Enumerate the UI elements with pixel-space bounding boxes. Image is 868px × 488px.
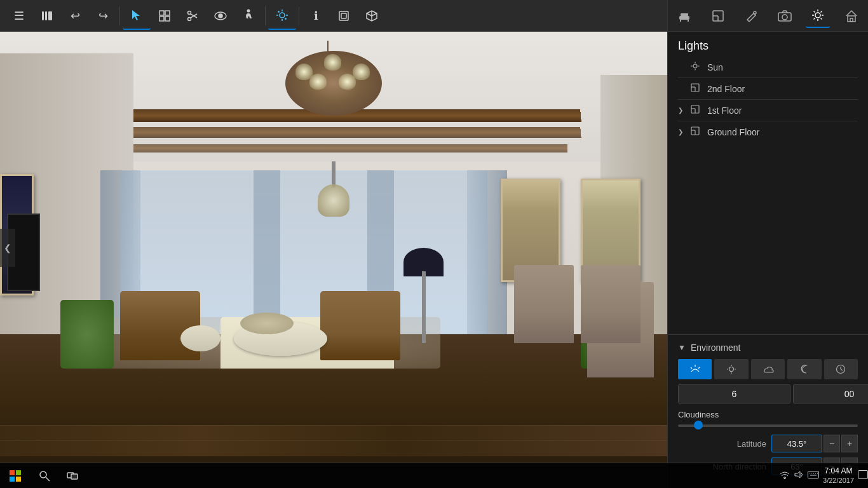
ground-floor-icon: [689, 126, 701, 137]
latitude-decrease-btn[interactable]: −: [824, 435, 840, 452]
svg-rect-25: [341, 13, 346, 18]
cube-icon[interactable]: [358, 2, 386, 30]
svg-point-80: [784, 478, 785, 479]
arrange-icon[interactable]: [151, 2, 179, 30]
sun-toolbar-icon[interactable]: [268, 2, 296, 30]
chandelier: [254, 41, 414, 170]
dining-chair-2: [514, 265, 574, 342]
latitude-input[interactable]: [771, 435, 822, 452]
environment-title: Environment: [691, 342, 741, 353]
info-icon[interactable]: ℹ: [302, 2, 330, 30]
undo-icon[interactable]: ↩: [61, 2, 89, 30]
svg-rect-46: [850, 18, 853, 22]
svg-line-63: [698, 367, 700, 369]
camera-panel-icon[interactable]: [773, 4, 797, 28]
1st-floor-icon: [689, 105, 701, 116]
svg-line-41: [814, 11, 815, 12]
light-item-1st-floor[interactable]: ❯ 1st Floor: [678, 101, 858, 119]
select-icon[interactable]: [123, 2, 151, 30]
dining-chair-3: [581, 265, 641, 342]
chandelier-body: [285, 51, 381, 116]
panel-icon-bar: [668, 0, 868, 32]
separator2: [265, 6, 266, 25]
furniture-panel-icon[interactable]: [672, 4, 696, 28]
redo-icon[interactable]: ↪: [89, 2, 117, 30]
svg-point-33: [754, 11, 756, 14]
walk-icon[interactable]: [234, 2, 262, 30]
notification-icon[interactable]: [858, 470, 868, 481]
start-button[interactable]: [0, 463, 31, 489]
keyboard-icon[interactable]: [808, 471, 819, 480]
clock-time: 7:04 AM: [823, 466, 854, 477]
plant-left: [60, 300, 114, 369]
night-btn[interactable]: [787, 359, 821, 379]
lights-section: Lights Sun 2nd Floor ❯ 1st Floor: [668, 32, 868, 146]
svg-rect-6: [159, 17, 164, 21]
svg-rect-2: [48, 11, 52, 20]
table-decor: [240, 313, 294, 334]
svg-point-13: [219, 14, 222, 18]
svg-point-15: [280, 13, 285, 18]
custom-time-btn[interactable]: [824, 359, 858, 379]
armchair-left: [120, 291, 200, 360]
day-btn[interactable]: [714, 359, 748, 379]
svg-line-42: [821, 18, 822, 19]
taskbar-task-view[interactable]: [58, 463, 86, 489]
network-icon[interactable]: [780, 470, 790, 481]
eye-icon[interactable]: [207, 2, 234, 30]
svg-line-71: [841, 369, 843, 370]
volume-icon[interactable]: [794, 470, 804, 481]
cloudy-btn[interactable]: [751, 359, 785, 379]
svg-point-35: [782, 15, 787, 20]
cloudiness-label: Cloudiness: [678, 410, 858, 419]
chandelier-light-3: [353, 64, 370, 80]
light-divider-1: [678, 78, 858, 78]
floor-plank-1: [0, 425, 667, 440]
svg-point-36: [815, 13, 820, 18]
main-3d-view[interactable]: ❮: [0, 32, 667, 464]
light-panel-icon[interactable]: [806, 4, 830, 28]
menu-icon[interactable]: ☰: [5, 2, 33, 30]
pendant-rod: [332, 161, 336, 187]
right-panel: Lights Sun 2nd Floor ❯ 1st Floor: [667, 0, 868, 488]
lamp-pole-right: [422, 271, 426, 342]
view-left-arrow[interactable]: ❮: [0, 229, 15, 267]
minute-input[interactable]: [793, 384, 868, 403]
library-icon[interactable]: [33, 2, 61, 30]
taskbar-search[interactable]: [31, 463, 58, 489]
room-panel-icon[interactable]: [706, 4, 730, 28]
latitude-row: Latitude − +: [678, 435, 858, 452]
light-item-ground-floor[interactable]: ❯ Ground Floor: [678, 123, 858, 141]
scissors-icon[interactable]: [179, 2, 207, 30]
taskbar-clock[interactable]: 7:04 AM 3/22/2017: [823, 466, 854, 485]
sun-light-icon: [689, 62, 701, 72]
env-chevron-icon: ▼: [678, 343, 686, 352]
slider-thumb[interactable]: [694, 421, 703, 430]
house-panel-icon[interactable]: [839, 4, 864, 28]
svg-rect-28: [680, 20, 681, 22]
paint-panel-icon[interactable]: [739, 4, 763, 28]
svg-rect-24: [339, 11, 348, 20]
latitude-label: Latitude: [678, 439, 766, 449]
svg-point-76: [40, 471, 46, 478]
light-item-sun[interactable]: Sun: [678, 58, 858, 76]
svg-rect-29: [688, 20, 689, 22]
latitude-increase-btn[interactable]: +: [841, 435, 858, 452]
svg-rect-27: [681, 13, 688, 16]
light-divider-3: [678, 121, 858, 121]
expand-icon[interactable]: [330, 2, 358, 30]
light-item-ground-floor-label: Ground Floor: [707, 127, 759, 137]
svg-rect-5: [165, 11, 170, 15]
svg-point-64: [729, 367, 734, 372]
light-divider-2: [678, 99, 858, 100]
environment-header[interactable]: ▼ Environment: [678, 342, 858, 353]
1st-floor-expand[interactable]: ❯: [678, 107, 686, 114]
svg-rect-88: [858, 470, 868, 478]
separator1: [119, 6, 120, 25]
sunrise-btn[interactable]: [678, 359, 712, 379]
ground-floor-expand[interactable]: ❯: [678, 128, 686, 135]
hour-input[interactable]: [678, 384, 790, 403]
cloudiness-slider[interactable]: [678, 424, 858, 427]
lights-title: Lights: [678, 39, 858, 53]
light-item-2nd-floor[interactable]: 2nd Floor: [678, 79, 858, 98]
